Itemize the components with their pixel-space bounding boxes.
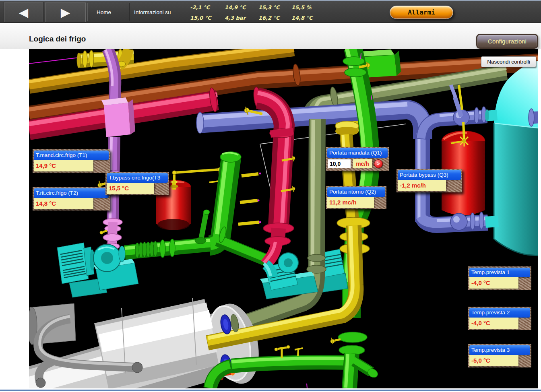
plant-3d-rendering (29, 49, 538, 388)
process-readings: -2,1 °C 14,9 °C 15,3 °C 15,5 % 15,0 °C 4… (190, 2, 324, 23)
label-tp3-value: -5,0 °C (469, 355, 518, 366)
toolbar-separator (87, 3, 88, 21)
label-tp1-title: Temp.prevista 1 (469, 268, 530, 277)
page-title: Logica dei frigo (29, 35, 86, 43)
crimson-pipe-riser (244, 87, 295, 226)
forward-arrow-icon: ▶ (61, 6, 70, 19)
label-tp1: Temp.prevista 1 -4,0 °C (468, 266, 531, 290)
cyan-tank (494, 61, 538, 256)
menu-item-informazioni[interactable]: Informazioni su (134, 1, 171, 24)
label-t1: T.mand.circ.frigo (T1) 14,9 °C (33, 149, 110, 173)
reading-value: 15,3 °C (258, 4, 291, 10)
label-q1-title: Portata mandata (Q1) (327, 148, 388, 158)
reading-value: 15,5 % (291, 4, 324, 10)
menu-item-home[interactable]: Home (97, 1, 111, 24)
top-toolbar: ◀ ▶ Home Informazioni su -2,1 °C 14,9 °C… (0, 0, 541, 23)
label-t2-value: 14,8 °C (34, 198, 93, 209)
back-arrow-icon: ◀ (19, 6, 28, 19)
label-tp2-value: -4,0 °C (469, 318, 518, 329)
label-tp2-title: Temp.prevista 2 (469, 308, 530, 318)
green-pipe-capped (125, 152, 269, 261)
label-q2-title: Portata ritorno (Q2) (327, 187, 385, 197)
label-t3-value: 15,5 °C (107, 183, 154, 194)
reading-value: -2,1 °C (190, 4, 225, 10)
q1-setpoint-input[interactable] (328, 159, 351, 168)
plant-3d-viewport[interactable] (29, 49, 538, 388)
forward-button[interactable]: ▶ (45, 2, 86, 22)
label-q2: Portata ritorno (Q2) 11,2 mc/h (326, 186, 386, 209)
label-tp3: Temp.prevista 3 -5,0 °C (468, 344, 531, 367)
label-q2-value: 11,2 mc/h (327, 197, 374, 208)
label-t1-value: 14,9 °C (34, 160, 93, 171)
magenta-wire (29, 58, 79, 64)
configurations-button[interactable]: Configurazioni (476, 34, 538, 49)
label-t3-title: T.bypass circ.frigo(T3 (107, 173, 168, 183)
q1-send-button[interactable]: > (374, 159, 383, 168)
reading-value: 14,9 °C (225, 4, 258, 10)
reading-value: 14,8 °C (291, 15, 324, 21)
label-tp3-title: Temp.prevista 3 (469, 345, 530, 355)
label-tp1-value: -4,0 °C (469, 277, 518, 289)
q1-unit: mc/h (353, 159, 372, 168)
label-q3-title: Portata bypass (Q3) (398, 170, 461, 180)
reading-value: 4,3 bar (225, 15, 258, 21)
back-button[interactable]: ◀ (4, 2, 43, 22)
label-t2: T.rit.circ.frigo (T2) 14,8 °C (33, 187, 110, 210)
label-q3-value: -1,2 mc/h (398, 180, 446, 191)
label-tp2: Temp.prevista 2 -4,0 °C (468, 307, 531, 330)
reading-value: 16,2 °C (258, 15, 291, 21)
toolbar-separator (129, 3, 129, 21)
label-t2-title: T.rit.circ.frigo (T2) (34, 188, 109, 198)
label-t1-title: T.mand.circ.frigo (T1) (34, 151, 109, 160)
hide-controls-button[interactable]: Nascondi controlli (481, 56, 536, 67)
bottom-divider (0, 390, 541, 391)
pink-box-front (104, 103, 130, 137)
label-q3: Portata bypass (Q3) -1,2 mc/h (396, 169, 462, 192)
reading-value: 15,0 °C (190, 15, 225, 21)
alarms-button[interactable]: Allarmi (390, 6, 453, 19)
label-q1: Portata mandata (Q1) mc/h > (326, 147, 389, 171)
label-t3: T.bypass circ.frigo(T3 15,5 °C (105, 172, 169, 195)
